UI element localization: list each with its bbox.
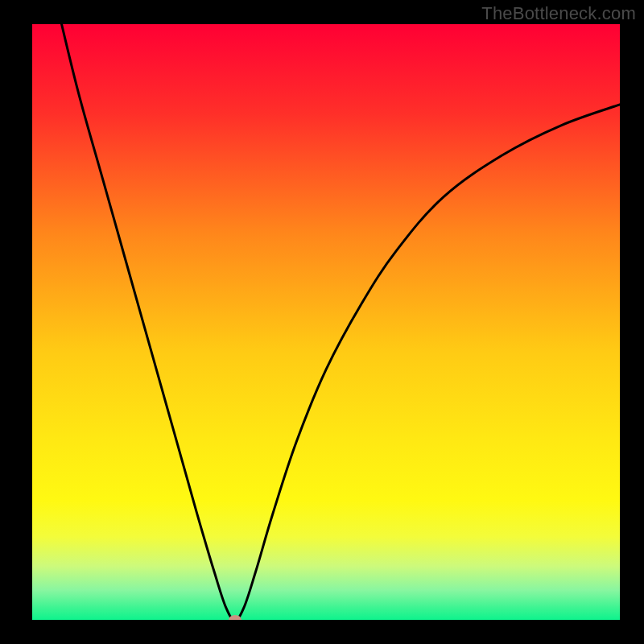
curve-layer [32,24,620,620]
chart-canvas: TheBottleneck.com [0,0,644,644]
watermark-text: TheBottleneck.com [481,3,636,24]
bottleneck-curve-path [62,24,621,620]
minimum-marker [229,615,242,620]
plot-area [32,24,620,620]
